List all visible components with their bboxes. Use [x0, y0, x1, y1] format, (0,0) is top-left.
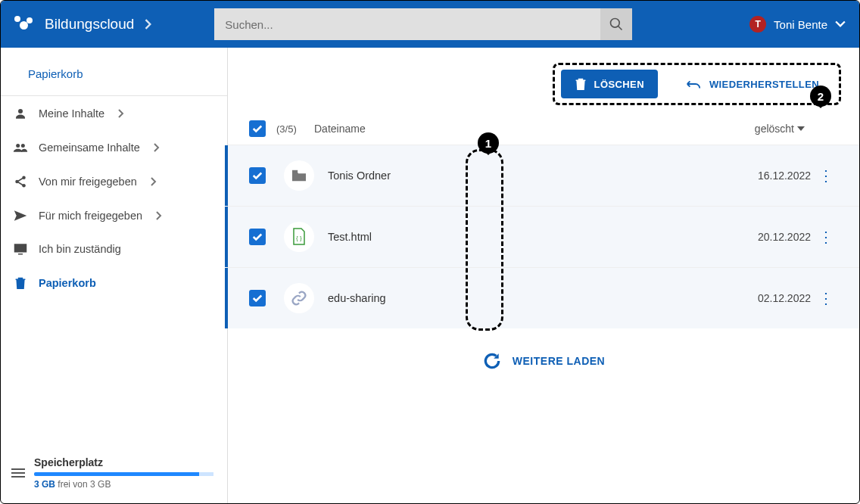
storage-subtitle: 3 GB frei von 3 GB: [34, 479, 213, 490]
storage-bar: [34, 472, 213, 476]
folder-icon: [284, 160, 314, 191]
sidebar-item-label: Von mir freigegeben: [39, 176, 137, 188]
sidebar-item-my-content[interactable]: Meine Inhalte: [1, 96, 227, 131]
row-menu[interactable]: ⋮: [811, 289, 841, 307]
topbar: Bildungscloud T Toni Bente: [1, 1, 859, 48]
file-date: 16.12.2022: [712, 170, 811, 182]
row-menu[interactable]: ⋮: [811, 228, 841, 246]
chevron-right-icon: [151, 177, 157, 186]
trash-icon: [575, 77, 587, 91]
sidebar-item-responsible[interactable]: Ich bin zuständig: [1, 232, 227, 266]
svg-line-1: [619, 26, 622, 30]
trash-icon: [13, 276, 28, 290]
chevron-down-icon: [835, 20, 846, 28]
svg-line-8: [18, 179, 23, 182]
column-filename[interactable]: Dateiname: [307, 123, 712, 135]
avatar: T: [749, 16, 766, 33]
sidebar-item-shared-content[interactable]: Gemeinsame Inhalte: [1, 131, 227, 164]
user-menu[interactable]: T Toni Bente: [749, 16, 846, 33]
table-row[interactable]: Tonis Ordner 16.12.2022 ⋮: [228, 145, 859, 206]
sidebar-item-trash[interactable]: Papierkorb: [1, 266, 227, 300]
svg-rect-10: [15, 244, 26, 252]
chevron-right-icon: [156, 211, 162, 220]
sidebar-item-label: Meine Inhalte: [39, 107, 104, 120]
user-icon: [13, 107, 28, 120]
svg-text:{ }: { }: [296, 235, 302, 241]
sidebar-item-shared-with-me[interactable]: Für mich freigegeben: [1, 199, 227, 232]
chevron-right-icon: [145, 19, 152, 30]
sidebar-item-label: Für mich freigegeben: [39, 210, 142, 222]
storage-widget: Speicherplatz 3 GB frei von 3 GB: [1, 446, 227, 503]
page-title: Papierkorb: [28, 67, 200, 80]
html-file-icon: { }: [284, 222, 314, 252]
load-more-button[interactable]: WEITERE LADEN: [228, 328, 859, 371]
nav: Meine Inhalte Gemeinsame Inhalte Von mir…: [1, 95, 227, 300]
annotation-badge-2: 2: [810, 86, 831, 107]
sidebar-item-label: Gemeinsame Inhalte: [39, 142, 140, 154]
action-buttons-highlight: LÖSCHEN WIEDERHERSTELLEN: [553, 63, 841, 105]
file-name: Test.html: [314, 231, 712, 243]
sort-desc-icon: [797, 126, 805, 132]
share-icon: [13, 175, 28, 188]
column-deleted[interactable]: gelöscht: [712, 123, 811, 135]
svg-line-9: [18, 182, 23, 185]
main-content: 2 LÖSCHEN WIEDERHERSTELLEN 1 (3/5) Datei…: [228, 48, 859, 503]
user-name: Toni Bente: [774, 18, 827, 31]
delete-button[interactable]: LÖSCHEN: [561, 70, 658, 98]
brand-area[interactable]: Bildungscloud: [14, 14, 152, 34]
table-row[interactable]: edu-sharing 02.12.2022 ⋮: [228, 267, 859, 328]
file-table: (3/5) Dateiname gelöscht Tonis Ordner 16…: [228, 116, 859, 371]
group-icon: [13, 142, 28, 154]
table-header: (3/5) Dateiname gelöscht: [228, 116, 859, 145]
storage-title: Speicherplatz: [34, 456, 213, 468]
file-name: Tonis Ordner: [314, 170, 712, 182]
file-date: 02.12.2022: [712, 292, 811, 304]
menu-icon[interactable]: [11, 468, 25, 478]
row-menu[interactable]: ⋮: [811, 166, 841, 185]
row-checkbox[interactable]: [249, 229, 266, 245]
svg-point-3: [16, 144, 20, 148]
select-all-checkbox[interactable]: [249, 120, 266, 137]
selection-count: (3/5): [276, 123, 307, 135]
svg-point-2: [18, 109, 23, 114]
chevron-right-icon: [154, 143, 160, 152]
refresh-icon: [482, 351, 502, 371]
logo-icon: [14, 14, 34, 34]
sidebar-item-shared-by-me[interactable]: Von mir freigegeben: [1, 164, 227, 199]
annotation-badge-1: 1: [478, 132, 499, 154]
send-icon: [13, 210, 28, 222]
sidebar-item-label: Ich bin zuständig: [39, 243, 121, 255]
table-row[interactable]: { } Test.html 20.12.2022 ⋮: [228, 206, 859, 267]
chevron-right-icon: [118, 109, 124, 118]
file-name: edu-sharing: [314, 292, 712, 304]
search-container: [214, 8, 632, 40]
row-checkbox[interactable]: [249, 167, 266, 184]
file-date: 20.12.2022: [712, 231, 811, 243]
svg-rect-12: [292, 170, 298, 173]
brand-title: Bildungscloud: [45, 16, 134, 33]
svg-point-4: [21, 144, 25, 148]
search-icon: [609, 17, 624, 32]
monitor-icon: [13, 243, 28, 255]
sidebar: Papierkorb Meine Inhalte Gemeinsame Inha…: [1, 48, 228, 503]
row-checkbox[interactable]: [249, 290, 266, 306]
search-input[interactable]: [214, 8, 600, 40]
sidebar-item-label: Papierkorb: [39, 277, 96, 289]
search-button[interactable]: [600, 8, 632, 40]
svg-point-0: [611, 19, 620, 28]
link-icon: [284, 283, 314, 313]
undo-icon: [685, 79, 702, 89]
restore-button[interactable]: WIEDERHERSTELLEN: [671, 71, 833, 98]
